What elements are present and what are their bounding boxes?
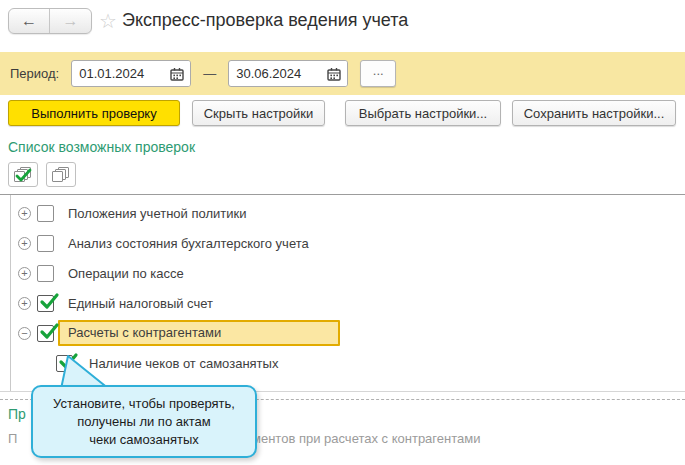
expand-plus-icon[interactable]: + [18, 237, 31, 250]
hide-settings-button[interactable]: Скрыть настройки [192, 100, 325, 126]
favorite-star-icon[interactable]: ☆ [99, 9, 117, 33]
check-item-label[interactable]: Положения учетной политики [68, 206, 246, 221]
period-label: Период: [10, 66, 59, 81]
back-arrow-icon: ← [21, 12, 37, 30]
back-button[interactable]: ← [9, 9, 50, 33]
checks-section-title: Список возможных проверок [8, 139, 195, 155]
checkbox-unchecked[interactable] [37, 235, 54, 252]
expand-plus-icon[interactable]: + [18, 207, 31, 220]
tree-row-selected: − Расчеты с контрагентами [18, 318, 340, 348]
tree-row: + Операции по кассе [18, 258, 184, 288]
tree-top-border [0, 194, 685, 195]
date-to-value[interactable]: 30.06.2024 [229, 66, 321, 81]
forward-arrow-icon: → [63, 12, 79, 30]
tree-row: + Анализ состояния бухгалтерского учета [18, 228, 309, 258]
tooltip-line: получены ли по актам [77, 413, 211, 431]
date-range-dash: — [203, 66, 216, 81]
calendar-icon [327, 67, 341, 81]
ellipsis-icon: ... [373, 63, 384, 78]
page-title: Экспресс-проверка ведения учета [122, 10, 408, 31]
date-from-value[interactable]: 01.01.2024 [72, 66, 164, 81]
checkbox-unchecked[interactable] [37, 265, 54, 282]
tooltip-line: Установите, чтобы проверять, [53, 395, 235, 413]
expand-plus-icon[interactable]: + [18, 297, 31, 310]
checkbox-checked[interactable] [37, 325, 54, 342]
period-panel: Период: 01.01.2024 — 30.06.2024 [0, 52, 685, 95]
save-settings-button[interactable]: Сохранить настройки... [512, 100, 676, 126]
uncheck-all-button[interactable] [46, 162, 76, 187]
uncheck-all-icon [52, 167, 70, 183]
detail-text-fragment: П [8, 431, 17, 446]
expand-plus-icon[interactable]: + [18, 267, 31, 280]
history-nav: ← → [8, 8, 92, 34]
detail-text-fragment: ментов при расчетах с контрагентами [252, 431, 480, 446]
date-from-calendar-button[interactable] [164, 61, 190, 86]
checkbox-checked[interactable] [37, 295, 54, 312]
tree-left-border [10, 195, 11, 391]
detail-section-header-fragment: Пр [8, 406, 26, 422]
tooltip-tail [51, 354, 121, 389]
check-all-icon [14, 167, 32, 183]
forward-button[interactable]: → [50, 9, 91, 33]
tooltip: Установите, чтобы проверять, получены ли… [31, 354, 257, 458]
check-item-label[interactable]: Операции по кассе [68, 266, 184, 281]
calendar-icon [170, 67, 184, 81]
check-all-button[interactable] [8, 162, 38, 187]
run-check-button[interactable]: Выполнить проверку [8, 100, 180, 126]
collapse-minus-icon[interactable]: − [18, 327, 31, 340]
checkbox-unchecked[interactable] [37, 205, 54, 222]
choose-settings-button[interactable]: Выбрать настройки... [345, 100, 501, 126]
check-item-label[interactable]: Анализ состояния бухгалтерского учета [68, 236, 309, 251]
tree-row: + Единый налоговый счет [18, 288, 213, 318]
express-check-window: ← → ☆ Экспресс-проверка ведения учета Пе… [0, 0, 685, 465]
date-to-calendar-button[interactable] [321, 61, 347, 86]
tree-row: + Положения учетной политики [18, 198, 246, 228]
check-item-label-selected[interactable]: Расчеты с контрагентами [58, 320, 340, 346]
date-from-input[interactable]: 01.01.2024 [71, 60, 191, 87]
check-item-label[interactable]: Единый налоговый счет [68, 296, 213, 311]
date-to-input[interactable]: 30.06.2024 [228, 60, 348, 87]
tooltip-bubble: Установите, чтобы проверять, получены ли… [31, 385, 257, 458]
period-more-button[interactable]: ... [360, 60, 396, 87]
tooltip-line: чеки самозанятых [89, 431, 199, 449]
